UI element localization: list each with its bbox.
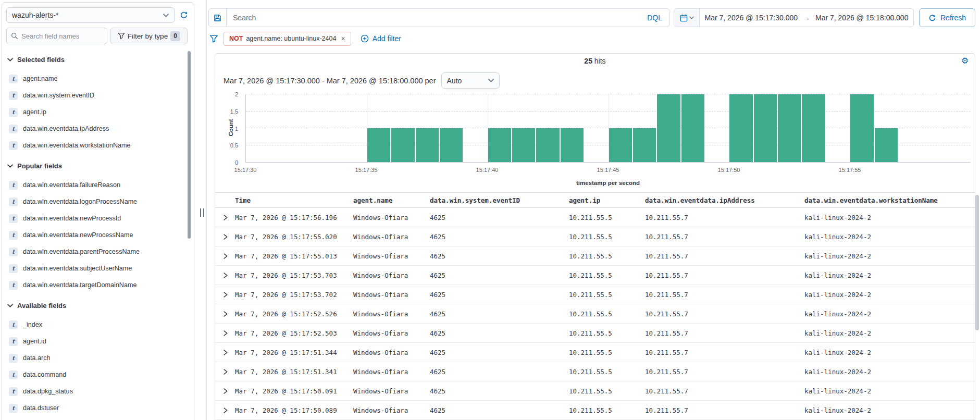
field-list-item[interactable]: t data.command	[7, 366, 187, 383]
table-row[interactable]: Mar 7, 2026 @ 15:17:55.020 Windows-Ofiar…	[215, 227, 975, 246]
table-row[interactable]: Mar 7, 2026 @ 15:17:51.341 Windows-Ofiar…	[215, 362, 975, 381]
field-name: agent.ip	[23, 108, 46, 116]
histogram-bar[interactable]	[561, 128, 584, 162]
field-search-input[interactable]	[21, 32, 103, 40]
fields-sidebar: wazuh-alerts-*	[2, 2, 194, 420]
sidebar-scrollbar[interactable]	[188, 51, 191, 239]
field-list-item[interactable]: t data.win.eventdata.ipAddress	[7, 120, 187, 137]
histogram-bar[interactable]	[488, 128, 511, 162]
refresh-fields-button[interactable]	[177, 8, 191, 22]
expand-row-button[interactable]	[220, 388, 228, 394]
filter-pill[interactable]: NOT agent.name: ubuntu-linux-2404 ×	[224, 32, 351, 46]
date-quick-select-button[interactable]	[674, 9, 700, 27]
cell-agent-name: Windows-Ofiara	[353, 233, 430, 241]
histogram-bar[interactable]	[391, 128, 414, 162]
expand-row-button[interactable]	[220, 407, 228, 413]
field-list-item[interactable]: t agent.id	[7, 333, 187, 350]
column-header[interactable]: agent.ip	[569, 196, 645, 204]
field-list-item[interactable]: t data.win.eventdata.parentProcessName	[7, 243, 187, 260]
index-pattern-value: wazuh-alerts-*	[12, 11, 58, 19]
expand-row-button[interactable]	[220, 292, 228, 298]
query-language-toggle[interactable]: DQL	[640, 14, 669, 22]
table-row[interactable]: Mar 7, 2026 @ 15:17:50.091 Windows-Ofiar…	[215, 381, 975, 401]
histogram-bar[interactable]	[850, 94, 873, 162]
chevron-down-icon	[7, 304, 13, 307]
histogram-bar[interactable]	[802, 94, 825, 162]
expand-row-button[interactable]	[220, 234, 228, 240]
histogram-bar[interactable]	[681, 94, 704, 162]
search-input[interactable]	[227, 14, 640, 22]
expand-row-button[interactable]	[220, 330, 228, 336]
x-tick-label: 15:17:35	[355, 167, 378, 173]
histogram-bar[interactable]	[657, 94, 680, 162]
histogram-bar[interactable]	[609, 128, 632, 162]
cell-ip-address: 10.211.55.7	[645, 252, 804, 260]
histogram-bar[interactable]	[633, 128, 656, 162]
field-list-item[interactable]: t _index	[7, 316, 187, 333]
field-section-header[interactable]: Selected fields	[7, 52, 187, 67]
field-list-item[interactable]: t data.win.eventdata.newProcessName	[7, 227, 187, 243]
field-list-item[interactable]: t agent.ip	[7, 104, 187, 120]
field-search[interactable]	[6, 28, 107, 44]
field-list-item[interactable]: t data.win.eventdata.targetDomainName	[7, 277, 187, 293]
field-list-item[interactable]: t data.win.eventdata.newProcessId	[7, 210, 187, 227]
refresh-button[interactable]: Refresh	[919, 8, 975, 27]
field-list-item[interactable]: t data.win.eventdata.failureReason	[7, 177, 187, 193]
table-row[interactable]: Mar 7, 2026 @ 15:17:56.196 Windows-Ofiar…	[215, 208, 975, 227]
interval-select[interactable]: Auto	[441, 72, 500, 89]
date-to[interactable]: Mar 7, 2026 @ 15:18:00.000	[815, 14, 908, 22]
cell-agent-name: Windows-Ofiara	[353, 349, 430, 356]
histogram-bar[interactable]	[536, 128, 559, 162]
date-from[interactable]: Mar 7, 2026 @ 15:17:30.000	[705, 14, 798, 22]
histogram-bar[interactable]	[367, 128, 390, 162]
filter-by-type-button[interactable]: Filter by type 0	[110, 28, 188, 44]
remove-filter-icon[interactable]: ×	[341, 34, 345, 43]
field-list-item[interactable]: t data.win.eventdata.logonProcessName	[7, 193, 187, 210]
saved-query-button[interactable]	[209, 9, 227, 27]
column-header[interactable]: data.win.system.eventID	[430, 196, 569, 204]
field-list-item[interactable]: t agent.name	[7, 70, 187, 87]
field-list-item[interactable]: t data.win.eventdata.subjectUserName	[7, 260, 187, 277]
cell-agent-ip: 10.211.55.5	[569, 310, 645, 318]
histogram-bar[interactable]	[875, 128, 898, 162]
field-list-item[interactable]: t data.arch	[7, 350, 187, 366]
table-row[interactable]: Mar 7, 2026 @ 15:17:53.702 Windows-Ofiar…	[215, 285, 975, 304]
expand-row-button[interactable]	[220, 311, 228, 317]
histogram-bar[interactable]	[512, 128, 535, 162]
field-list-item[interactable]: t data.dstuser	[7, 400, 187, 416]
field-name: _index	[23, 321, 42, 328]
field-section-header[interactable]: Popular fields	[7, 158, 187, 174]
histogram-bar[interactable]	[416, 128, 439, 162]
column-header[interactable]: Time	[235, 196, 353, 204]
column-header[interactable]: data.win.eventdata.ipAddress	[645, 196, 804, 204]
histogram-bar[interactable]	[754, 94, 777, 162]
field-list-item[interactable]: t data.dpkg_status	[7, 383, 187, 400]
table-row[interactable]: Mar 7, 2026 @ 15:17:52.526 Windows-Ofiar…	[215, 304, 975, 324]
cell-time: Mar 7, 2026 @ 15:17:51.341	[235, 368, 353, 376]
histogram-bar[interactable]	[440, 128, 463, 162]
expand-row-button[interactable]	[220, 369, 228, 375]
table-row[interactable]: Mar 7, 2026 @ 15:17:50.089 Windows-Ofiar…	[215, 401, 975, 420]
table-row[interactable]: Mar 7, 2026 @ 15:17:55.013 Windows-Ofiar…	[215, 246, 975, 266]
histogram-bar[interactable]	[778, 94, 801, 162]
expand-row-button[interactable]	[220, 273, 228, 278]
add-filter-button[interactable]: Add filter	[361, 34, 401, 43]
field-section-header[interactable]: Available fields	[7, 298, 187, 313]
expand-row-button[interactable]	[220, 253, 228, 259]
page-scrollbar[interactable]	[975, 195, 979, 330]
sidebar-resize-handle[interactable]	[200, 208, 204, 217]
column-header[interactable]: data.win.eventdata.workstationName	[804, 196, 975, 204]
index-pattern-select[interactable]: wazuh-alerts-*	[6, 7, 175, 23]
field-list-item[interactable]: t data.win.system.eventID	[7, 87, 187, 104]
column-header[interactable]: agent.name	[353, 196, 430, 204]
field-list-item[interactable]: t data.win.eventdata.workstationName	[7, 137, 187, 154]
filter-funnel-icon[interactable]	[209, 34, 218, 43]
table-row[interactable]: Mar 7, 2026 @ 15:17:52.503 Windows-Ofiar…	[215, 324, 975, 343]
table-row[interactable]: Mar 7, 2026 @ 15:17:53.703 Windows-Ofiar…	[215, 266, 975, 285]
histogram-bar[interactable]	[729, 94, 752, 162]
expand-row-button[interactable]	[220, 215, 228, 220]
expand-row-button[interactable]	[220, 350, 228, 355]
field-list-item[interactable]: t data.package	[7, 416, 187, 420]
table-row[interactable]: Mar 7, 2026 @ 15:17:51.344 Windows-Ofiar…	[215, 343, 975, 362]
gear-icon[interactable]: ⚙	[961, 56, 969, 66]
